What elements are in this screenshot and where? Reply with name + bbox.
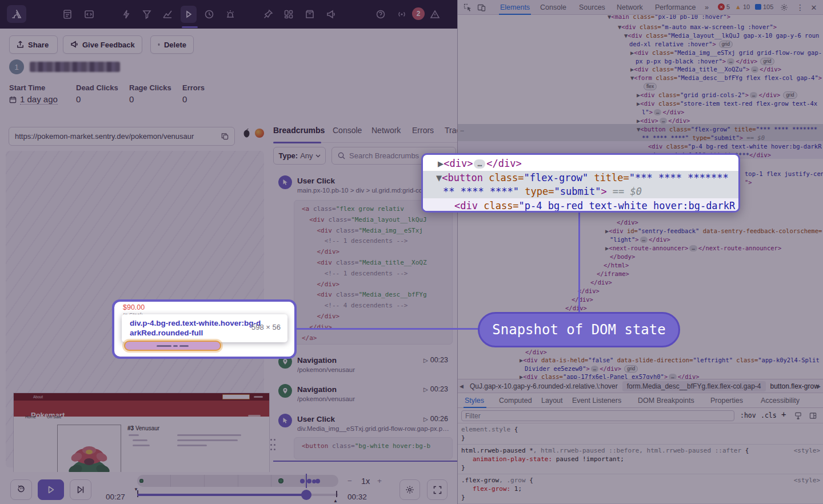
snapshot-callout-label: Snapshot of DOM state [492,322,665,338]
callout-connector-vertical [578,211,580,313]
spotlight-dim-overlay [0,0,823,504]
dom-tree-line[interactable]: ** **** ****" type="submit"> == $0 [443,185,642,198]
inspect-tooltip-dimensions: 598 × 56 [251,323,281,331]
snapshot-callout-bubble: Snapshot of DOM state [478,312,680,347]
inspect-tooltip: div.p-4.bg-red.text-white.hover:bg-d ark… [122,314,287,342]
dom-tree-line[interactable]: ▼<button class="flex-grow" title="*** **… [436,171,729,185]
inspected-element-callout: $90.00 In Stock div.p-4.bg-red.text-whit… [112,299,297,359]
dom-snapshot-popup: ▶<div>…</div>▼<button class="flex-grow" … [421,153,740,213]
dom-tree-line[interactable]: <div class="p-4 bg-red text-white hover:… [454,199,735,213]
dom-tree-line[interactable]: ▶<div>…</div> [438,157,522,170]
product-price: $90.00 [123,303,145,311]
callout-connector-horizontal [295,328,479,330]
inspect-tooltip-selector: div.p-4.bg-red.text-white.hover:bg-d ark… [130,318,261,338]
highlighted-buy-button[interactable] [124,341,221,351]
